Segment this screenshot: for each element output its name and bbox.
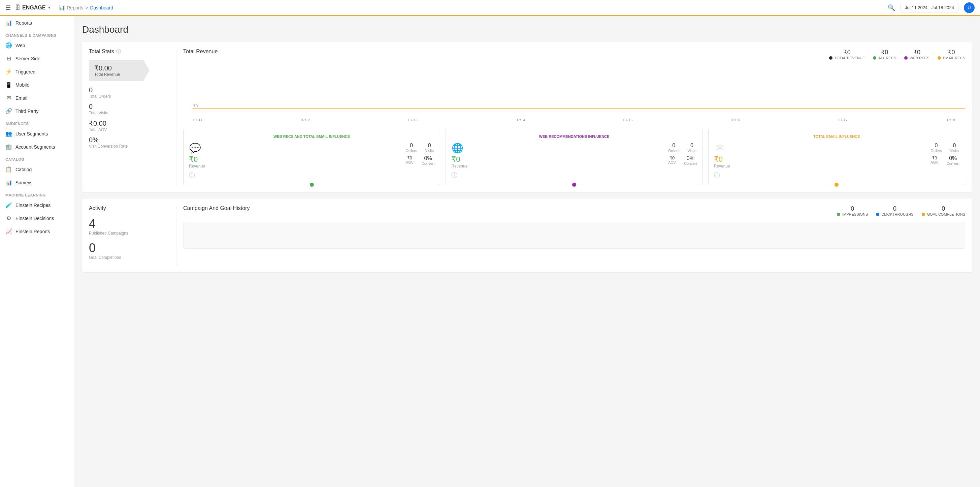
campaign-chart-placeholder [183, 222, 965, 249]
sidebar-item-account-segments[interactable]: 🏢 Account Segments [0, 140, 74, 153]
breadcrumb-current: Dashboard [90, 5, 113, 10]
breadcrumb: 📊 Reports > Dashboard [59, 5, 113, 10]
chart-x-labels: 07/11 07/12 07/13 07/14 07/15 07/16 07/1… [183, 117, 965, 122]
breadcrumb-parent[interactable]: Reports [67, 5, 83, 10]
aov-label: Total AOV [89, 128, 169, 132]
sidebar-surveys-label: Surveys [16, 180, 33, 185]
total-aov-row: ₹0.00 Total AOV [89, 119, 169, 132]
sidebar-item-web[interactable]: 🌐 Web [0, 39, 74, 52]
influence-info-icon-2: ⓘ [714, 171, 730, 179]
server-icon: ⊟ [5, 55, 12, 62]
email-icon: ✉ [5, 95, 12, 101]
engage-logo[interactable]: 🗄 ENGAGE ▼ [15, 5, 51, 11]
section-catalog: CATALOG [0, 153, 74, 163]
sidebar-item-einstein-decisions[interactable]: ⚙ Einstein Decisions [0, 212, 74, 225]
revenue-amount: ₹0.00 [94, 64, 144, 72]
top-bar: ☰ 🗄 ENGAGE ▼ 📊 Reports > Dashboard 🔍 Jul… [0, 0, 980, 16]
stats-right: Total Revenue ₹0 TOTAL REVENUE ₹0 [177, 48, 965, 185]
einstein-reports-icon: 📈 [5, 228, 12, 235]
x-label-0716: 07/16 [731, 118, 740, 122]
sidebar-item-triggered[interactable]: ⚡ Triggered [0, 65, 74, 78]
influence-card-email-body: ✉ ₹0 Revenue ⓘ [714, 142, 959, 179]
influence-card-email-title: TOTAL EMAIL INFLUENCE [714, 134, 959, 139]
card-dot-purple [572, 183, 576, 187]
total-stats-title: Total Stats ⓘ [89, 48, 169, 54]
legend-web-recs: WEB RECS [910, 56, 929, 60]
influence-info-2: ₹0 Revenue [714, 155, 730, 169]
activity-left: Activity 4 Published Campaigns 0 Goal Co… [89, 205, 177, 265]
stats-left: Total Stats ⓘ ₹0.00 Total Revenue 0 Tota… [89, 48, 177, 185]
sidebar-item-reports[interactable]: 📊 Reports [0, 16, 74, 29]
app-name: ENGAGE [22, 5, 46, 11]
sidebar-item-mobile[interactable]: 📱 Mobile [0, 78, 74, 91]
main-content: Dashboard Total Stats ⓘ ₹0.00 Total Reve… [74, 16, 980, 487]
visits-value: 0 [89, 103, 169, 110]
revenue-box: ₹0.00 Total Revenue [89, 60, 150, 81]
x-label-0718: 07/18 [946, 118, 955, 122]
section-machine-learning: MACHINE LEARNING [0, 189, 74, 198]
campaign-history-title: Campaign And Goal History [183, 205, 250, 211]
sidebar-item-third-party[interactable]: 🔗 Third Party [0, 104, 74, 118]
email-recs-legend-value: ₹0 [937, 48, 965, 56]
activity-title: Activity [89, 205, 169, 211]
sidebar-item-surveys[interactable]: 📊 Surveys [0, 176, 74, 189]
total-orders-row: 0 Total Orders [89, 86, 169, 99]
sidebar-item-server-side[interactable]: ⊟ Server-Side [0, 52, 74, 65]
sidebar-item-user-segments[interactable]: 👥 User Segments [0, 127, 74, 140]
published-campaigns-label: Published Campaigns [89, 231, 169, 236]
goal-completions-label: Goal Completions [89, 255, 169, 260]
sidebar-item-catalog[interactable]: 📋 Catalog [0, 163, 74, 176]
sidebar-server-label: Server-Side [16, 56, 40, 61]
influence-card-web-recs-body: 🌐 ₹0 Revenue ⓘ [451, 142, 697, 179]
x-label-0711: 07/11 [193, 118, 203, 122]
x-label-0712: 07/12 [301, 118, 310, 122]
activity-card: Activity 4 Published Campaigns 0 Goal Co… [82, 198, 972, 272]
info-icon[interactable]: ⓘ [116, 48, 121, 54]
sidebar-einstein-reports-label: Einstein Reports [16, 229, 50, 234]
sidebar-account-segments-label: Account Segments [16, 144, 55, 150]
goal-completions-value: 0 [89, 241, 169, 255]
influence-cards: WEB RECS AND TOTAL EMAIL INFLUENCE 💬 ₹0 … [183, 129, 965, 185]
legend-total-revenue: TOTAL REVENUE [835, 56, 865, 60]
campaign-goal-completions-value: 0 [922, 205, 965, 212]
chart-baseline [193, 108, 965, 109]
sidebar-einstein-recipes-label: Einstein Recipes [16, 203, 51, 208]
sidebar-email-label: Email [16, 95, 27, 101]
activity-layout: Activity 4 Published Campaigns 0 Goal Co… [89, 205, 965, 265]
breadcrumb-icon: 📊 [59, 5, 65, 10]
influence-stats-0: 0 Orders 0 Visits [406, 142, 435, 166]
avatar[interactable]: U [964, 2, 975, 13]
influence-card-web-recs-title: WEB RECOMMENDATIONS INFLUENCE [451, 134, 697, 139]
sidebar-einstein-decisions-label: Einstein Decisions [16, 216, 54, 221]
sidebar-item-email[interactable]: ✉ Email [0, 91, 74, 104]
revenue-label: Total Revenue [94, 72, 144, 77]
web-recs-legend-value: ₹0 [904, 48, 929, 56]
dropdown-arrow-icon[interactable]: ▼ [48, 6, 51, 10]
hamburger-menu[interactable]: ☰ [5, 4, 11, 11]
sidebar-triggered-label: Triggered [16, 69, 35, 75]
page-title: Dashboard [82, 24, 972, 35]
sidebar-item-einstein-recipes[interactable]: 🧪 Einstein Recipes [0, 198, 74, 212]
goal-completions-stat: 0 Goal Completions [89, 241, 169, 260]
chat-icon: 💬 [189, 142, 201, 154]
date-range-picker[interactable]: Jul 11 2024 - Jul 18 2024 [900, 3, 958, 13]
clickthroughs-label: CLICKTHROUGHS [881, 212, 913, 216]
influence-card-web-email-title: WEB RECS AND TOTAL EMAIL INFLUENCE [189, 134, 434, 139]
aov-value: ₹0.00 [89, 119, 169, 128]
impressions-value: 0 [837, 205, 868, 212]
mail-icon: ✉ [714, 142, 726, 154]
legend-email-recs: EMAIL RECS [943, 56, 965, 60]
cvr-value: 0% [89, 136, 169, 144]
web-icon: 🌐 [5, 42, 12, 48]
cvr-row: 0% Visit Conversion Rate [89, 136, 169, 148]
published-campaigns-value: 4 [89, 217, 169, 231]
total-stats-card: Total Stats ⓘ ₹0.00 Total Revenue 0 Tota… [82, 42, 972, 192]
all-recs-legend-value: ₹0 [873, 48, 896, 56]
legend-all-recs: ALL RECS [878, 56, 896, 60]
search-icon[interactable]: 🔍 [888, 4, 895, 11]
x-label-0713: 07/13 [408, 118, 418, 122]
sidebar-item-einstein-reports[interactable]: 📈 Einstein Reports [0, 225, 74, 238]
sidebar-mobile-label: Mobile [16, 82, 29, 88]
sidebar-third-party-label: Third Party [16, 109, 38, 114]
activity-right: Campaign And Goal History 0 IMPRESSIONS [177, 205, 965, 265]
